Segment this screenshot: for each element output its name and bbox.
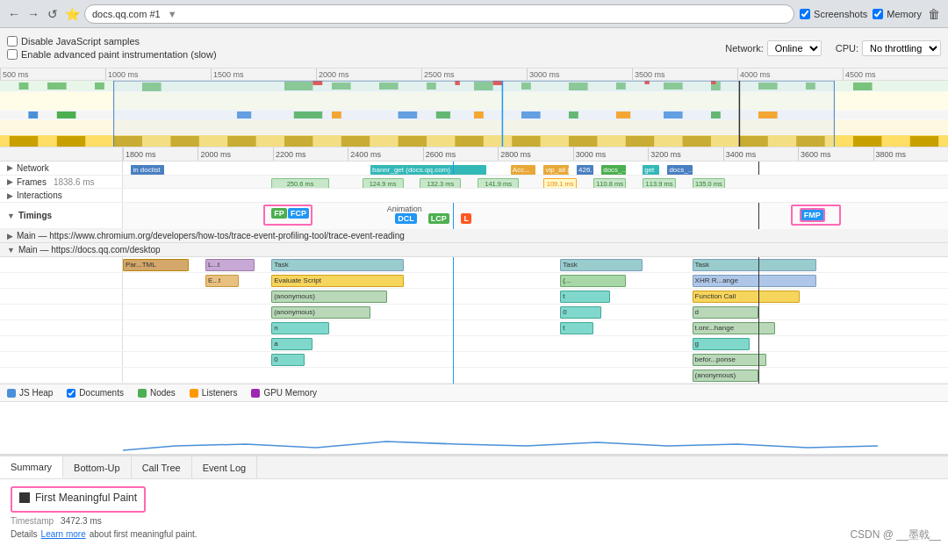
frames-expand-arrow[interactable]: ▶ [7, 177, 13, 186]
enable-paint-checkbox[interactable] [7, 49, 18, 60]
task-xhr-range[interactable]: XHR R...ange [693, 275, 816, 287]
interactions-expand-arrow[interactable]: ▶ [7, 191, 13, 200]
task-d[interactable]: d [693, 306, 758, 319]
task-anon-2[interactable]: (anonymous) [271, 306, 370, 319]
frame-block-6[interactable]: 113.9 ms [643, 178, 676, 189]
timings-expand-arrow[interactable]: ▼ [7, 212, 15, 220]
memory-checkbox-label[interactable]: Memory [873, 9, 922, 19]
tab-call-tree[interactable]: Call Tree [132, 456, 192, 478]
main-section-1-expand[interactable]: ▶ [7, 232, 13, 241]
task-t-1[interactable]: t [560, 291, 609, 303]
track1-blue-line [453, 257, 454, 273]
task-n[interactable]: n [271, 322, 329, 334]
main-section-2-expand[interactable]: ▼ [7, 246, 15, 255]
l-badge[interactable]: L [461, 213, 471, 224]
track-content-5[interactable]: n t t.onr...hange [123, 320, 948, 336]
network-bar-2[interactable]: Acc... [511, 165, 535, 175]
frame-block-2[interactable]: 132.3 ms [420, 178, 461, 189]
network-bar-7[interactable]: docs_... [667, 165, 692, 175]
task-l-t[interactable]: L...t [205, 259, 255, 271]
tab-bottom-up[interactable]: Bottom-Up [63, 456, 132, 478]
nav-back-button[interactable]: ← [7, 7, 21, 21]
screenshots-checkbox-label[interactable]: Screenshots [800, 9, 867, 19]
nav-bookmark-button[interactable]: ⭐ [65, 7, 79, 21]
track-content-7[interactable]: 0 befor...ponse [123, 352, 948, 368]
network-bar-5[interactable]: docs_... [601, 165, 626, 175]
task-a[interactable]: a [271, 338, 312, 350]
task-befor-ponse[interactable]: befor...ponse [693, 354, 767, 366]
track-content-6[interactable]: a g [123, 336, 948, 352]
url-bar[interactable]: docs.qq.com #1 ▼ [84, 4, 794, 24]
task-t-2[interactable]: t [560, 322, 593, 334]
network-row-content[interactable]: in doclist bannr_get (docs.qq.com) Acc..… [123, 162, 948, 175]
frame-block-3[interactable]: 141.9 ms [478, 178, 519, 189]
disable-js-checkbox[interactable] [7, 36, 18, 47]
timestamp-row: Timestamp 3472.3 ms [11, 516, 937, 526]
track-row-3: (anonymous) t Function Call [0, 289, 948, 305]
frame-block-1[interactable]: 124.9 ms [363, 178, 404, 189]
cpu-select[interactable]: No throttling [862, 40, 941, 56]
main-section-header-1[interactable]: ▶ Main — https://www.chromium.org/develo… [0, 229, 948, 243]
frames-row-label[interactable]: ▶ Frames 1838.6 ms [0, 176, 123, 189]
interactions-row-label[interactable]: ▶ Interactions [0, 189, 123, 202]
task-anon-3[interactable]: (anonymous) [693, 370, 758, 382]
task-tonrhange[interactable]: t.onr...hange [693, 322, 775, 334]
ruler-tick-7: 4000 ms [737, 68, 843, 80]
tab-event-log[interactable]: Event Log [192, 456, 258, 478]
dcl-badge[interactable]: DCL [395, 213, 417, 224]
nav-forward-button[interactable]: → [26, 7, 40, 21]
task-func-call[interactable]: Function Call [693, 291, 800, 303]
enable-paint-label[interactable]: Enable advanced paint instrumentation (s… [7, 49, 217, 60]
track-content-2[interactable]: E...t Evaluate Script (... XHR R...ange [123, 273, 948, 289]
frames-row-content[interactable]: 250.6 ms 124.9 ms 132.3 ms 141.9 ms 109.… [123, 176, 948, 189]
task-g[interactable]: g [693, 338, 750, 350]
nav-reload-button[interactable]: ↺ [46, 7, 60, 21]
frame-block-7[interactable]: 135.0 ms [693, 178, 726, 189]
screenshots-checkbox[interactable] [800, 9, 810, 19]
frame-block-5[interactable]: 110.8 ms [593, 178, 627, 189]
main-section-header-2[interactable]: ▼ Main — https://docs.qq.com/desktop [0, 243, 948, 257]
task-0-1[interactable]: 0 [560, 306, 601, 319]
task-center-1[interactable]: (... [560, 275, 626, 287]
main-tracks: Par...TML L...t Task Task Task E...t Eva… [0, 257, 948, 384]
memory-checkbox[interactable] [873, 9, 883, 19]
task-e-t[interactable]: E...t [205, 275, 239, 287]
track-content-4[interactable]: (anonymous) 0 d [123, 305, 948, 320]
network-bar-3[interactable]: vip_all ( [543, 165, 568, 175]
documents-checkbox[interactable] [67, 389, 75, 398]
timings-blue-line [453, 203, 454, 229]
delete-recording-button[interactable]: 🗑 [927, 7, 941, 21]
track-content-1[interactable]: Par...TML L...t Task Task Task [123, 257, 948, 273]
timeline-overview[interactable]: 500 ms 1000 ms 1500 ms 2000 ms 2500 ms 3… [0, 68, 948, 147]
disable-js-label[interactable]: Disable JavaScript samples [7, 36, 217, 47]
description-text: about first meaningful paint. [90, 529, 198, 539]
overview-ruler: 500 ms 1000 ms 1500 ms 2000 ms 2500 ms 3… [0, 68, 948, 81]
frame-block-0[interactable]: 250.6 ms [271, 178, 329, 189]
lcp-badge[interactable]: LCP [428, 213, 449, 224]
track-content-8[interactable]: (anonymous) [123, 368, 948, 384]
task-zero[interactable]: 0 [271, 354, 305, 366]
network-row-label[interactable]: ▶ Network [0, 162, 123, 175]
track-content-3[interactable]: (anonymous) t Function Call [123, 289, 948, 305]
timings-row-label[interactable]: ▼ Timings [0, 203, 123, 228]
network-bar-4[interactable]: 426. [577, 165, 593, 175]
task-main-2[interactable]: Task [560, 259, 643, 271]
network-select[interactable]: Online [767, 40, 822, 56]
frame-block-4[interactable]: 109.1 ms [543, 178, 577, 189]
task-eval-script[interactable]: Evaluate Script [271, 275, 403, 287]
track8-black-line [758, 368, 759, 384]
timings-row-content[interactable]: FP FCP Animation DCL LCP L FMP [123, 203, 948, 229]
interactions-row-content[interactable] [123, 189, 948, 202]
task-main-3[interactable]: Task [693, 259, 816, 271]
task-par-tml[interactable]: Par...TML [123, 259, 189, 271]
learn-more-link[interactable]: Learn more [41, 529, 86, 539]
task-anon-1[interactable]: (anonymous) [271, 291, 387, 303]
network-bar-0[interactable]: in doclist [131, 165, 164, 175]
detail-tick-4: 2600 ms [423, 147, 498, 161]
network-bar-1[interactable]: bannr_get (docs.qq.com) [370, 165, 486, 175]
task-main-1[interactable]: Task [271, 259, 403, 271]
network-bar-6[interactable]: get [643, 165, 659, 175]
tab-summary[interactable]: Summary [0, 456, 63, 478]
network-expand-arrow[interactable]: ▶ [7, 163, 13, 172]
svg-rect-58 [114, 81, 835, 147]
